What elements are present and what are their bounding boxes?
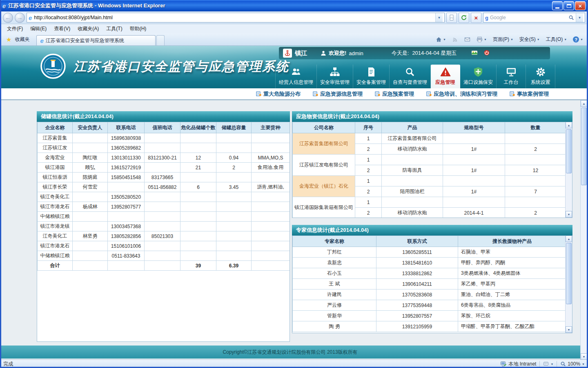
form-icon [313, 91, 318, 96]
content-area: 储罐信息统计(截止2014.04.04) 企业名称安全负责人联系电话值班电话危化… [0, 100, 588, 346]
read-mail-button[interactable] [462, 35, 473, 45]
table-row[interactable]: 镇江市港龙石杨成林13952807577 [38, 202, 290, 212]
search-provider-dropdown[interactable]: ▼ [576, 13, 583, 22]
table-row[interactable]: 江奇美化工林坚勇1380528285685021303 [38, 231, 290, 241]
table-row[interactable]: 合计396.39 [38, 261, 290, 271]
nav-item-5[interactable]: 港口设施保安 [460, 65, 497, 88]
table-row[interactable]: 严云修137753594486类毒害品、8类腐蚀品 [293, 300, 566, 311]
table-cell: 王 斌 [293, 279, 376, 289]
table-row[interactable]: 金海宏业（镇江）石化1 [293, 176, 566, 186]
render-mode-dropdown[interactable]: ▼ [543, 361, 553, 367]
address-bar: ← → e ▼ × g ▼ [0, 11, 588, 24]
back-button[interactable]: ← [3, 13, 13, 23]
scroll-up-button[interactable]: ▲ [566, 122, 572, 128]
subnav-item-2[interactable]: 应急预案管理 [375, 90, 414, 98]
table-row[interactable]: 丁邦红13605285511石脑油、甲苯 [293, 247, 566, 258]
table-row[interactable]: 镇江市港龙石15106101006 [38, 241, 290, 251]
menu-item-0[interactable]: 文件(F) [3, 24, 27, 34]
table-row[interactable]: 镇江恒泰沥陈炳庭1585045154883173665 [38, 173, 290, 182]
table-row[interactable]: 江苏镇江发电有限公司1 [293, 155, 566, 165]
table-cell: 镇江市港龙石 [38, 202, 73, 212]
table-row[interactable]: 镇江市港龙镇13003457368 [38, 222, 290, 231]
browser-tab[interactable]: e 江苏省港口安全监管与应急管理系统 [36, 35, 156, 45]
table-cell [216, 133, 252, 143]
subnav-item-0[interactable]: 重大危险源分布 [256, 90, 301, 98]
page-scrollbar[interactable]: ▲ ▼ [580, 100, 587, 360]
table-cell [145, 143, 180, 153]
table-row[interactable]: 中储粮镇江粮0511-833643 [38, 251, 290, 261]
table-row[interactable]: 许建民13705283608重油、白蜡油、丁二烯 [293, 289, 566, 300]
subnav-item-1[interactable]: 应急资源信息管理 [313, 90, 363, 98]
table-cell: 石脑油、甲苯 [458, 247, 566, 258]
nav-item-3[interactable]: 自查与督查管理 [390, 65, 431, 88]
table-row[interactable]: 王 斌13906104211苯乙烯、甲基丙 [293, 279, 566, 289]
search-input[interactable] [490, 15, 567, 20]
safety-menu-button[interactable]: 安全(S)▼ [517, 35, 542, 45]
scroll-down-button[interactable]: ▼ [566, 326, 572, 333]
supplies-scrollbar[interactable]: ▲ ▼ [565, 122, 572, 218]
home-button[interactable]: ▼ [433, 35, 448, 45]
scroll-thumb[interactable] [581, 108, 587, 185]
stop-button[interactable]: × [471, 13, 481, 23]
table-row[interactable]: 镇江奇美化工13505280520 [38, 192, 290, 202]
subnav-item-3[interactable]: 应急培训、演练和演习管理 [426, 90, 497, 98]
table-row[interactable]: 镇江李长荣何雪宏0511-85688263.45沥青,燃料油, [38, 182, 290, 192]
menu-item-3[interactable]: 收藏夹(A) [74, 24, 102, 34]
table-row[interactable]: 金海宏业陶红暾1301301133083121300-21120.94MMA,M… [38, 153, 290, 163]
table-row[interactable]: 江苏索普集15896380938 [38, 133, 290, 143]
nav-item-0[interactable]: 经营人信息管理 [275, 65, 317, 88]
url-history-dropdown[interactable]: ▼ [435, 13, 443, 22]
table-cell: 13003457368 [108, 222, 145, 231]
table-row[interactable]: 袁新忠13815481610甲醇、异丙醇、丙酮 [293, 258, 566, 268]
scroll-down-button[interactable]: ▼ [581, 353, 587, 360]
compatibility-view-button[interactable] [446, 13, 457, 23]
tools-menu-button[interactable]: 工具(O)▼ [543, 35, 569, 45]
nav-item-7[interactable]: 系统设置 [526, 65, 555, 88]
table-row[interactable]: 陶 勇13912105959甲缩醛、甲基异丁基酮、乙酸乙酯 [293, 321, 566, 332]
close-button[interactable]: × [575, 1, 586, 10]
maximize-button[interactable] [564, 1, 574, 10]
table-cell [73, 222, 108, 231]
table-cell: 防毒面具 [382, 165, 443, 176]
zoom-control[interactable]: 100% ▼ [560, 361, 585, 367]
nav-item-2[interactable]: 安全备案管理 [353, 65, 390, 88]
scroll-thumb[interactable] [566, 243, 572, 304]
scroll-thumb[interactable] [566, 129, 572, 173]
theme-icon[interactable] [471, 49, 478, 57]
minimize-button[interactable] [552, 1, 563, 10]
nav-item-4[interactable]: 应急管理 [431, 65, 460, 88]
menu-item-1[interactable]: 编辑(E) [27, 24, 50, 34]
scroll-up-button[interactable]: ▲ [581, 100, 587, 107]
table-row[interactable]: 管新华13952807557苯胺、环己烷 [293, 311, 566, 321]
table-row[interactable]: 镇江港国际集装箱有限公司1 [293, 197, 566, 208]
table-row[interactable]: 江苏镇江发13605289682 [38, 143, 290, 153]
print-button[interactable]: ▼ [474, 35, 489, 45]
menu-item-5[interactable]: 帮助(H) [126, 24, 150, 34]
favorites-button[interactable]: ★ 收藏夹 [2, 35, 33, 45]
help-button[interactable]: ?▼ [570, 35, 586, 45]
menu-item-4[interactable]: 工具(T) [102, 24, 126, 34]
experts-scrollbar[interactable]: ▲ ▼ [565, 236, 572, 333]
feeds-button[interactable] [450, 35, 461, 45]
page-menu-button[interactable]: 页面(P)▼ [490, 35, 516, 45]
nav-item-6[interactable]: 工作台 [497, 65, 526, 88]
status-bar: 完成 本地 Intranet ▼ 100% ▼ [0, 359, 588, 368]
subnav-item-4[interactable]: 事故案例管理 [510, 90, 549, 98]
forward-button[interactable]: → [15, 13, 25, 23]
table-cell [382, 176, 443, 186]
refresh-button[interactable] [459, 13, 469, 23]
nav-item-1[interactable]: 安全审批管理 [317, 65, 353, 88]
scroll-down-button[interactable]: ▼ [566, 211, 572, 218]
menu-item-2[interactable]: 查看(V) [50, 24, 74, 34]
logout-icon[interactable] [483, 49, 490, 57]
table-row[interactable]: 江苏索普集团有限公司1江苏索普集团有限公司 [293, 133, 566, 144]
table-cell: 重油、白蜡油、丁二烯 [458, 289, 566, 300]
city-label: 镇江 [295, 49, 307, 57]
table-row[interactable]: 石小玉133388128623类易燃液体、4类易燃固体 [293, 268, 566, 279]
url-input[interactable] [34, 15, 433, 20]
table-row[interactable]: 中储粮镇江粮 [38, 212, 290, 222]
scroll-up-button[interactable]: ▲ [566, 236, 572, 242]
table-row[interactable]: 镇江港国顾弘13615272919212食用油,食用 [38, 163, 290, 173]
new-tab-button[interactable] [156, 35, 165, 45]
search-icon[interactable] [568, 15, 574, 20]
